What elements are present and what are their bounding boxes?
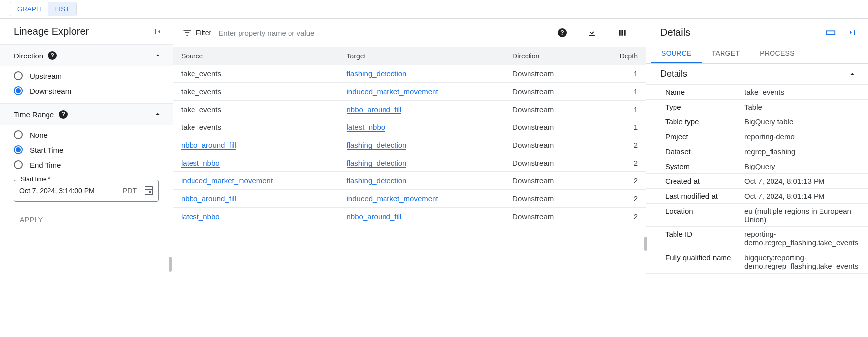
col-source[interactable]: Source: [173, 47, 339, 65]
kv-key: Created at: [665, 177, 744, 185]
source-link[interactable]: induced_market_movement: [181, 176, 273, 185]
kv-value: BigQuery: [744, 162, 863, 170]
fullwidth-icon[interactable]: [825, 27, 836, 38]
radio-upstream[interactable]: Upstream: [14, 71, 163, 80]
kv-value: eu (multiple regions in European Union): [744, 207, 863, 224]
kv-row: Table typeBigQuery table: [646, 114, 868, 129]
source-text: take_events: [181, 105, 221, 113]
radio-endtime[interactable]: End Time: [14, 160, 163, 169]
calendar-icon[interactable]: [145, 186, 153, 195]
help-icon[interactable]: ?: [548, 28, 577, 37]
table-row[interactable]: induced_market_movement flashing_detecti…: [173, 172, 646, 190]
depth-text: 1: [634, 105, 638, 113]
depth-text: 2: [634, 194, 638, 203]
filter-input[interactable]: [218, 29, 541, 37]
depth-text: 1: [634, 87, 638, 96]
depth-text: 2: [634, 159, 638, 167]
source-link[interactable]: nbbo_around_fill: [181, 194, 236, 203]
download-icon[interactable]: [577, 28, 607, 38]
help-icon[interactable]: ?: [48, 51, 57, 60]
scrollbar-handle[interactable]: [644, 237, 647, 251]
tab-process[interactable]: PROCESS: [750, 43, 805, 63]
table-row[interactable]: take_events induced_market_movement Down…: [173, 83, 646, 101]
kv-value: bigquery:reporting-demo.regrep_flashing.…: [744, 253, 863, 270]
filter-icon: [182, 28, 192, 38]
depth-text: 1: [634, 123, 638, 131]
kv-key: Project: [665, 132, 744, 141]
target-link[interactable]: latest_nbbo: [347, 123, 386, 132]
details-title: Details: [660, 27, 690, 38]
col-target[interactable]: Target: [339, 47, 505, 65]
timerange-section-header[interactable]: Time Range ?: [0, 103, 173, 125]
source-text: take_events: [181, 69, 221, 78]
direction-text: Downstream: [512, 87, 554, 96]
depth-text: 2: [634, 176, 638, 185]
target-link[interactable]: nbbo_around_fill: [347, 105, 402, 114]
source-link[interactable]: latest_nbbo: [181, 159, 220, 168]
direction-text: Downstream: [512, 105, 554, 113]
table-row[interactable]: latest_nbbo nbbo_around_fill Downstream …: [173, 208, 646, 225]
radio-downstream[interactable]: Downstream: [14, 86, 163, 95]
lineage-table: Source Target Direction Depth take_event…: [173, 47, 646, 225]
direction-text: Downstream: [512, 194, 554, 203]
chevron-up-icon[interactable]: [847, 69, 857, 79]
kv-row: Fully qualified namebigquery:reporting-d…: [646, 250, 868, 274]
panel-title: Lineage Explorer: [14, 26, 89, 37]
list-tab[interactable]: LIST: [48, 2, 77, 16]
direction-label: Direction: [14, 52, 43, 60]
table-row[interactable]: nbbo_around_fill induced_market_movement…: [173, 190, 646, 208]
depth-text: 1: [634, 69, 638, 78]
filter-text: Filter: [196, 29, 211, 37]
table-row[interactable]: take_events latest_nbbo Downstream 1: [173, 118, 646, 136]
depth-text: 2: [634, 212, 638, 221]
collapse-left-icon[interactable]: [153, 27, 163, 37]
target-link[interactable]: induced_market_movement: [347, 87, 438, 96]
tab-target[interactable]: TARGET: [702, 43, 750, 63]
source-link[interactable]: nbbo_around_fill: [181, 141, 236, 150]
view-toggle: GRAPH LIST: [10, 2, 77, 16]
col-depth[interactable]: Depth: [593, 47, 646, 65]
target-link[interactable]: flashing_detection: [347, 159, 407, 168]
target-link[interactable]: flashing_detection: [347, 141, 407, 150]
kv-key: Dataset: [665, 147, 744, 156]
apply-button[interactable]: APPLY: [14, 212, 49, 227]
starttime-field[interactable]: StartTime * Oct 7, 2024, 3:14:00 PM PDT: [14, 180, 159, 202]
radio-starttime[interactable]: Start Time: [14, 145, 163, 154]
details-section-title: Details: [660, 69, 687, 79]
chevron-up-icon[interactable]: [153, 51, 163, 60]
table-row[interactable]: latest_nbbo flashing_detection Downstrea…: [173, 154, 646, 172]
graph-tab[interactable]: GRAPH: [10, 2, 48, 16]
direction-text: Downstream: [512, 159, 554, 167]
table-row[interactable]: take_events nbbo_around_fill Downstream …: [173, 101, 646, 118]
target-link[interactable]: flashing_detection: [347, 176, 407, 185]
radio-none[interactable]: None: [14, 130, 163, 139]
source-text: take_events: [181, 87, 221, 96]
col-direction[interactable]: Direction: [504, 47, 593, 65]
help-icon[interactable]: ?: [59, 110, 68, 119]
direction-text: Downstream: [512, 176, 554, 185]
direction-text: Downstream: [512, 141, 554, 149]
source-link[interactable]: latest_nbbo: [181, 212, 220, 221]
kv-value: reporting-demo: [744, 132, 863, 141]
target-link[interactable]: flashing_detection: [347, 69, 407, 78]
target-link[interactable]: nbbo_around_fill: [347, 212, 402, 221]
direction-text: Downstream: [512, 212, 554, 221]
table-row[interactable]: nbbo_around_fill flashing_detection Down…: [173, 136, 646, 154]
tab-source[interactable]: SOURCE: [651, 43, 702, 63]
columns-icon[interactable]: [607, 28, 637, 38]
details-kv-list: Nametake_eventsTypeTableTable typeBigQue…: [646, 84, 868, 274]
kv-value: take_events: [744, 88, 863, 96]
kv-key: System: [665, 162, 744, 170]
scrollbar-handle[interactable]: [169, 257, 172, 272]
kv-value: BigQuery table: [744, 117, 863, 126]
timerange-label: Time Range: [14, 111, 54, 119]
direction-section-header[interactable]: Direction ?: [0, 44, 173, 66]
chevron-up-icon[interactable]: [153, 110, 163, 119]
table-row[interactable]: take_events flashing_detection Downstrea…: [173, 65, 646, 83]
collapse-right-icon[interactable]: [847, 27, 857, 38]
details-section-header[interactable]: Details: [646, 64, 868, 84]
kv-key: Last modified at: [665, 192, 744, 200]
depth-text: 2: [634, 141, 638, 149]
target-link[interactable]: induced_market_movement: [347, 194, 438, 203]
radio-icon: [14, 71, 23, 80]
